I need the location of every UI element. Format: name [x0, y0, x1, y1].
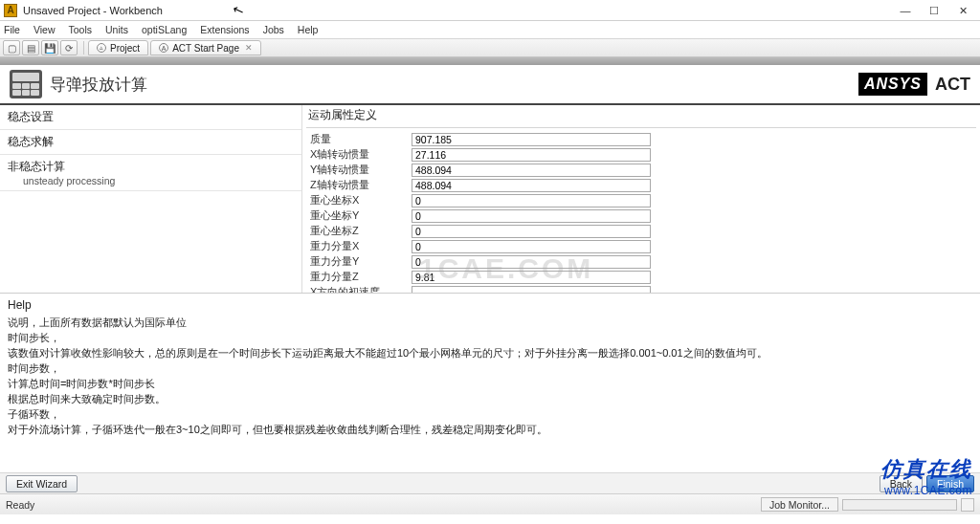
- sidebar-item-steady-solve[interactable]: 稳态求解: [0, 130, 301, 155]
- form-label: 重力分量X: [306, 239, 412, 253]
- tab-act-label: ACT Start Page: [172, 43, 239, 54]
- sidebar-item-label: 非稳态计算: [8, 160, 65, 173]
- form-input[interactable]: [412, 255, 651, 269]
- menu-bar: File View Tools Units optiSLang Extensio…: [0, 21, 980, 38]
- menu-extensions[interactable]: Extensions: [200, 24, 249, 35]
- form-input[interactable]: [412, 179, 651, 192]
- project-icon: ▵: [97, 43, 106, 53]
- toolbar: ▢ ▤ 💾 ⟳ ▵ Project A ACT Start Page ✕: [0, 38, 980, 57]
- help-line: 根据总时间来大致确定时间步数。: [8, 392, 972, 407]
- act-icon: A: [159, 43, 168, 53]
- help-title: Help: [8, 297, 972, 314]
- sidebar-item-label: 稳态求解: [8, 135, 54, 148]
- form-input[interactable]: [412, 286, 651, 294]
- menu-optislang[interactable]: optiSLang: [142, 24, 187, 35]
- form-input[interactable]: [412, 194, 651, 207]
- form-row: 重心坐标X: [306, 193, 976, 207]
- form-row: Z轴转动惯量: [306, 178, 976, 192]
- menu-file[interactable]: File: [4, 24, 20, 35]
- form-label: Z轴转动惯量: [306, 178, 412, 192]
- exit-wizard-button[interactable]: Exit Wizard: [6, 475, 78, 492]
- form-label: 质量: [306, 132, 412, 146]
- form-area: 运动属性定义 质量X轴转动惯量Y轴转动惯量Z轴转动惯量重心坐标X重心坐标Y重心坐…: [302, 105, 980, 293]
- form-row: 重力分量Z: [306, 270, 976, 284]
- form-label: 重力分量Z: [306, 270, 412, 284]
- menu-units[interactable]: Units: [105, 24, 128, 35]
- back-button[interactable]: Back: [880, 475, 923, 492]
- tab-close-icon[interactable]: ✕: [245, 43, 253, 53]
- menu-tools[interactable]: Tools: [69, 24, 93, 35]
- sidebar-item-steady-setup[interactable]: 稳态设置: [0, 105, 301, 130]
- status-ready: Ready: [6, 499, 34, 511]
- wizard-button-bar: Exit Wizard Back Finish: [0, 472, 980, 493]
- tab-project[interactable]: ▵ Project: [88, 40, 148, 55]
- form-input[interactable]: [412, 164, 651, 177]
- form-row: 重力分量X: [306, 239, 976, 253]
- wizard-sidebar: 稳态设置 稳态求解 非稳态计算 unsteady processing: [0, 105, 302, 293]
- sidebar-item-sub: unsteady processing: [8, 175, 294, 186]
- help-panel: Help 说明，上面所有数据都默认为国际单位时间步长，该数值对计算收敛性影响较大…: [0, 293, 980, 472]
- form-input[interactable]: [412, 225, 651, 238]
- ansys-logo: ANSYS: [858, 73, 927, 96]
- menu-jobs[interactable]: Jobs: [263, 24, 284, 35]
- form-input[interactable]: [412, 240, 651, 253]
- page-title: 导弹投放计算: [50, 74, 858, 96]
- toolbar-refresh-icon[interactable]: ⟳: [60, 40, 78, 55]
- main-area: 稳态设置 稳态求解 非稳态计算 unsteady processing 运动属性…: [0, 105, 980, 293]
- help-line: 子循环数，: [8, 407, 972, 423]
- header-divider: [0, 57, 980, 65]
- help-line: 该数值对计算收敛性影响较大，总的原则是在一个时间步长下运动距离最大不能超过10个…: [8, 346, 972, 361]
- calculator-icon: [10, 70, 42, 98]
- menu-help[interactable]: Help: [298, 24, 319, 35]
- toolbar-open-icon[interactable]: ▤: [22, 40, 39, 55]
- form-row: 重心坐标Y: [306, 208, 976, 223]
- act-header: 导弹投放计算 ANSYS ACT: [0, 65, 980, 105]
- maximize-button[interactable]: ☐: [921, 2, 947, 19]
- toolbar-separator: [83, 41, 84, 55]
- help-line: 说明，上面所有数据都默认为国际单位: [8, 316, 972, 331]
- help-line: 计算总时间=时间步数*时间步长: [8, 377, 972, 392]
- sidebar-item-unsteady[interactable]: 非稳态计算 unsteady processing: [0, 155, 301, 191]
- window-titlebar: A Unsaved Project - Workbench — ☐ ✕: [0, 0, 980, 21]
- status-bar: Ready Job Monitor...: [0, 493, 980, 514]
- tab-project-label: Project: [110, 43, 140, 54]
- help-line: 时间步长，: [8, 331, 972, 346]
- form-title: 运动属性定义: [306, 105, 976, 128]
- close-button[interactable]: ✕: [949, 2, 976, 19]
- app-icon: A: [4, 4, 17, 17]
- tab-act-start-page[interactable]: A ACT Start Page ✕: [150, 40, 261, 55]
- form-label: 重心坐标X: [306, 193, 412, 207]
- minimize-button[interactable]: —: [892, 2, 919, 19]
- status-toggle-button[interactable]: [961, 498, 974, 512]
- form-input[interactable]: [412, 133, 651, 146]
- window-title: Unsaved Project - Workbench: [23, 5, 890, 16]
- form-input[interactable]: [412, 209, 651, 223]
- form-label: Y轴转动惯量: [306, 163, 412, 177]
- form-label: X方向的初速度: [306, 285, 412, 293]
- toolbar-new-icon[interactable]: ▢: [3, 40, 20, 55]
- form-row: 重力分量Y: [306, 254, 976, 269]
- help-line: 对于外流场计算，子循环迭代一般在3~10之间即可，但也要根据残差收敛曲线判断合理…: [8, 423, 972, 438]
- form-input[interactable]: [412, 148, 651, 162]
- form-input[interactable]: [412, 271, 651, 284]
- toolbar-save-icon[interactable]: 💾: [41, 40, 58, 55]
- form-label: 重心坐标Z: [306, 224, 412, 238]
- form-row: 质量: [306, 132, 976, 146]
- job-monitor-button[interactable]: Job Monitor...: [761, 497, 838, 512]
- act-label: ACT: [935, 75, 970, 95]
- form-label: 重心坐标Y: [306, 208, 412, 223]
- help-line: 时间步数，: [8, 361, 972, 377]
- sidebar-item-label: 稳态设置: [8, 110, 54, 123]
- menu-view[interactable]: View: [33, 24, 56, 35]
- form-label: 重力分量Y: [306, 254, 412, 269]
- form-row: X轴转动惯量: [306, 147, 976, 162]
- finish-button[interactable]: Finish: [926, 475, 974, 492]
- progress-bar: [842, 499, 957, 511]
- form-row: X方向的初速度: [306, 285, 976, 293]
- form-row: Y轴转动惯量: [306, 163, 976, 177]
- form-row: 重心坐标Z: [306, 224, 976, 238]
- form-label: X轴转动惯量: [306, 147, 412, 162]
